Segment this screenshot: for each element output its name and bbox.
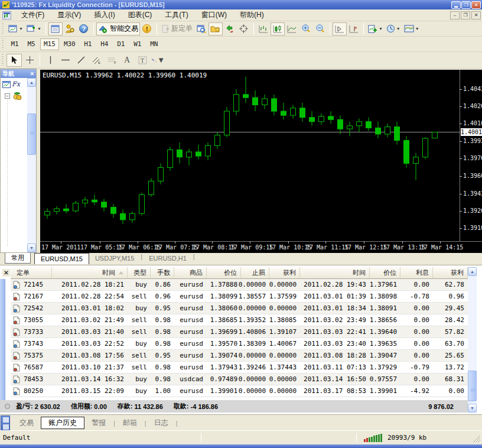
line-studies-grip[interactable]: [2, 54, 4, 66]
new-chart-button[interactable]: ▼: [6, 22, 25, 35]
terminal-tab-4[interactable]: 日志: [147, 417, 175, 429]
menu-item-4[interactable]: 工具(T): [158, 9, 194, 21]
column-header-9[interactable]: 价位: [370, 267, 400, 278]
indicators-button[interactable]: ▼: [366, 22, 385, 35]
arrows-tool-button[interactable]: ▼: [150, 54, 165, 67]
navigator-scrollbar[interactable]: ▲ ▼: [27, 78, 36, 252]
table-row[interactable]: 725422011.03.01 18:02buy0.95eurusd1.3806…: [11, 303, 468, 314]
auto-scroll-button[interactable]: [333, 22, 347, 35]
menu-item-1[interactable]: 显示(V): [51, 9, 87, 21]
table-row[interactable]: 721672011.02.28 22:54sell0.96eurusd1.380…: [11, 291, 468, 303]
terminal-scroll-thumb[interactable]: [468, 371, 477, 401]
collapse-icon[interactable]: −: [5, 93, 10, 99]
terminal-tab-1[interactable]: 账户历史: [41, 417, 84, 429]
table-row[interactable]: 802502011.03.15 22:09buy1.00eurusd1.3990…: [11, 385, 468, 397]
navigator-common-tab[interactable]: 常用: [5, 253, 31, 264]
text-label-button[interactable]: T: [135, 54, 150, 67]
crosshair-button[interactable]: [237, 22, 251, 35]
terminal-vertical-tab-icon[interactable]: [1, 415, 10, 431]
cursor-tool-button[interactable]: [6, 54, 22, 67]
close-button[interactable]: ✕: [471, 1, 481, 9]
candlestick-chart-button[interactable]: [271, 22, 285, 35]
timeframe-h1[interactable]: H1: [80, 38, 96, 50]
connection-signal-icon[interactable]: [364, 434, 383, 442]
minimize-button[interactable]: ▂: [451, 1, 461, 9]
strategy-tester-button[interactable]: [194, 22, 209, 35]
equidistant-channel-button[interactable]: E: [89, 54, 104, 67]
menu-item-3[interactable]: 图表(C): [122, 9, 159, 21]
help-button[interactable]: ?: [77, 22, 91, 35]
toolbar-grip[interactable]: [2, 23, 4, 35]
fibonacci-button[interactable]: F: [104, 54, 119, 67]
table-row[interactable]: 730552011.03.02 21:49sell0.98eurusd1.386…: [11, 314, 468, 326]
timeframe-mn[interactable]: MN: [146, 38, 162, 50]
timeframe-m30[interactable]: M30: [60, 38, 79, 50]
terminal-scroll-down-icon[interactable]: ▼: [468, 404, 477, 413]
horizontal-line-button[interactable]: [58, 54, 73, 67]
crosshair-tool-button[interactable]: [22, 54, 37, 67]
scroll-down-icon[interactable]: ▼: [27, 244, 36, 252]
chart-canvas[interactable]: EURUSD,M15 1.39962 1.40022 1.39960 1.400…: [40, 70, 482, 253]
table-row[interactable]: 721452011.02.28 18:21buy0.86eurusd1.3788…: [11, 279, 468, 291]
terminal-tab-3[interactable]: 邮箱: [116, 417, 144, 429]
scroll-thumb[interactable]: [27, 113, 36, 155]
column-header-1[interactable]: 时间: [52, 267, 128, 278]
table-row[interactable]: 737432011.03.03 22:52buy0.98eurusd1.3957…: [11, 338, 468, 350]
script-arrows-button[interactable]: [223, 22, 237, 35]
child-minimize-button[interactable]: –: [450, 11, 460, 20]
column-header-7[interactable]: 获利: [269, 267, 300, 278]
terminal-scroll-up-icon[interactable]: ▲: [468, 267, 477, 276]
child-restore-button[interactable]: ❐: [461, 11, 470, 20]
column-header-4[interactable]: 商品: [174, 267, 207, 278]
menu-item-0[interactable]: 文件(F): [15, 9, 51, 21]
scroll-up-icon[interactable]: ▲: [27, 78, 36, 87]
timeframe-m15[interactable]: M15: [40, 38, 59, 50]
text-tool-button[interactable]: A: [119, 54, 135, 67]
bar-chart-button[interactable]: [256, 22, 271, 35]
column-header-2[interactable]: 类型: [128, 267, 151, 278]
column-header-8[interactable]: 时间: [300, 267, 370, 278]
resize-grip[interactable]: [473, 435, 481, 443]
column-header-11[interactable]: 获利: [433, 267, 468, 278]
new-profile-button[interactable]: ▼: [25, 22, 43, 35]
chart-tab-2[interactable]: EURUSD,H1: [143, 253, 193, 264]
tree-item-fx[interactable]: Fx: [2, 80, 20, 88]
menu-item-5[interactable]: 窗口(W): [195, 9, 233, 21]
data-center-button[interactable]: [63, 22, 77, 35]
expert-advisors-button[interactable]: 智能交易: [96, 22, 140, 35]
child-window-icon[interactable]: [2, 11, 11, 20]
zoom-in-button[interactable]: [299, 22, 313, 35]
tree-item-accounts[interactable]: −: [5, 92, 22, 100]
table-row[interactable]: 753752011.03.08 17:56sell0.95eurusd1.390…: [11, 350, 468, 362]
timeframe-d1[interactable]: D1: [113, 38, 129, 50]
vertical-line-button[interactable]: [43, 54, 58, 67]
templates-button[interactable]: ▼: [402, 22, 421, 35]
timeframe-w1[interactable]: W1: [130, 38, 145, 50]
chart-tab-1[interactable]: USDJPY,M15: [89, 253, 140, 264]
menu-item-6[interactable]: 帮助(H): [233, 9, 271, 21]
terminal-tab-2[interactable]: 警报: [84, 417, 113, 429]
zoom-out-button[interactable]: [313, 22, 327, 35]
maximize-button[interactable]: ❐: [461, 1, 471, 9]
timeframe-m1[interactable]: M1: [7, 38, 22, 50]
column-header-3[interactable]: 手数: [151, 267, 174, 278]
column-header-0[interactable]: 定单: [11, 267, 52, 278]
table-row[interactable]: 737332011.03.03 21:40sell0.98eurusd1.396…: [11, 326, 468, 338]
periods-button[interactable]: ▼: [385, 22, 402, 35]
column-header-10[interactable]: 利息: [400, 267, 433, 278]
table-row[interactable]: 784532011.03.14 16:32buy0.98usdcad0.9748…: [11, 374, 468, 385]
timeframe-m5[interactable]: M5: [24, 38, 39, 50]
column-header-6[interactable]: 止损: [241, 267, 269, 278]
line-chart-button[interactable]: [285, 22, 299, 35]
profile-indicator[interactable]: Default: [0, 434, 201, 441]
chart-tab-0[interactable]: EURUSD,M15: [34, 253, 89, 264]
menu-item-2[interactable]: 插入(I): [87, 9, 121, 21]
market-watch-button[interactable]: [48, 22, 63, 35]
timeframe-h4[interactable]: H4: [97, 38, 112, 50]
terminal-tab-0[interactable]: 交易: [12, 417, 41, 429]
favorites-button[interactable]: [209, 22, 223, 35]
terminal-scrollbar[interactable]: ▲ ▼: [468, 267, 477, 413]
chart-shift-button[interactable]: [347, 22, 361, 35]
warning-button[interactable]: !: [140, 22, 154, 35]
child-close-button[interactable]: ✕: [471, 11, 481, 20]
